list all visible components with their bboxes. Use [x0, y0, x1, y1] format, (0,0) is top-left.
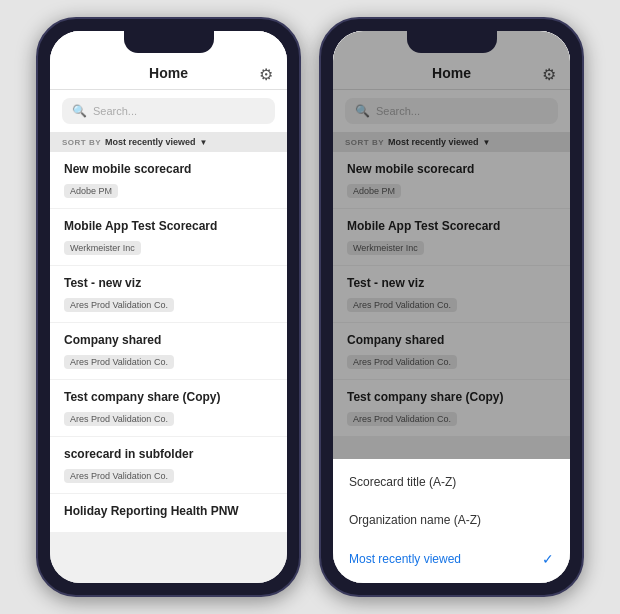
list-item[interactable]: New mobile scorecardAdobe PM	[50, 152, 287, 209]
list-item-tag: Ares Prod Validation Co.	[64, 412, 174, 426]
sort-bar[interactable]: SORT BYMost recently viewed▼	[50, 132, 287, 152]
search-placeholder: Search...	[93, 105, 137, 117]
bottom-sheet-item[interactable]: Most recently viewed✓	[333, 539, 570, 579]
search-bar: 🔍Search...	[50, 90, 287, 132]
list-item-tag: Ares Prod Validation Co.	[64, 298, 174, 312]
list-item-tag: Ares Prod Validation Co.	[64, 469, 174, 483]
bottom-sheet: Scorecard title (A-Z)Organization name (…	[333, 459, 570, 583]
list-item-title: Test company share (Copy)	[64, 390, 273, 404]
chevron-down-icon: ▼	[200, 138, 208, 147]
search-icon: 🔍	[72, 104, 87, 118]
bottom-sheet-item[interactable]: Organization name (A-Z)	[333, 501, 570, 539]
bottom-sheet-item[interactable]: Scorecard title (A-Z)	[333, 463, 570, 501]
bottom-sheet-item-label: Organization name (A-Z)	[349, 513, 481, 527]
phones-container: Home⚙🔍Search...SORT BYMost recently view…	[26, 7, 594, 607]
list-item[interactable]: Test - new vizAres Prod Validation Co.	[50, 266, 287, 323]
notch	[124, 31, 214, 53]
phone-left: Home⚙🔍Search...SORT BYMost recently view…	[36, 17, 301, 597]
search-input[interactable]: 🔍Search...	[62, 98, 275, 124]
list-item-title: Test - new viz	[64, 276, 273, 290]
list-item[interactable]: Company sharedAres Prod Validation Co.	[50, 323, 287, 380]
bottom-sheet-item-label: Scorecard title (A-Z)	[349, 475, 456, 489]
list-item[interactable]: scorecard in subfolderAres Prod Validati…	[50, 437, 287, 494]
check-icon: ✓	[542, 551, 554, 567]
gear-icon[interactable]: ⚙	[259, 65, 273, 84]
list-item-title: Company shared	[64, 333, 273, 347]
list-item-tag: Werkmeister Inc	[64, 241, 141, 255]
sort-value: Most recently viewed	[105, 137, 196, 147]
header: Home⚙	[50, 59, 287, 90]
list-container: New mobile scorecardAdobe PMMobile App T…	[50, 152, 287, 533]
bottom-sheet-item-label: Most recently viewed	[349, 552, 461, 566]
list-item[interactable]: Holiday Reporting Health PNW	[50, 494, 287, 533]
list-item-title: New mobile scorecard	[64, 162, 273, 176]
list-item[interactable]: Test company share (Copy)Ares Prod Valid…	[50, 380, 287, 437]
list-item-title: Holiday Reporting Health PNW	[64, 504, 273, 518]
sort-label: SORT BY	[62, 138, 101, 147]
list-item-title: Mobile App Test Scorecard	[64, 219, 273, 233]
list-item[interactable]: Mobile App Test ScorecardWerkmeister Inc	[50, 209, 287, 266]
list-item-tag: Ares Prod Validation Co.	[64, 355, 174, 369]
list-item-title: scorecard in subfolder	[64, 447, 273, 461]
phone-right: Home⚙🔍Search...SORT BYMost recently view…	[319, 17, 584, 597]
home-title: Home	[149, 65, 188, 81]
list-item-tag: Adobe PM	[64, 184, 118, 198]
notch	[407, 31, 497, 53]
